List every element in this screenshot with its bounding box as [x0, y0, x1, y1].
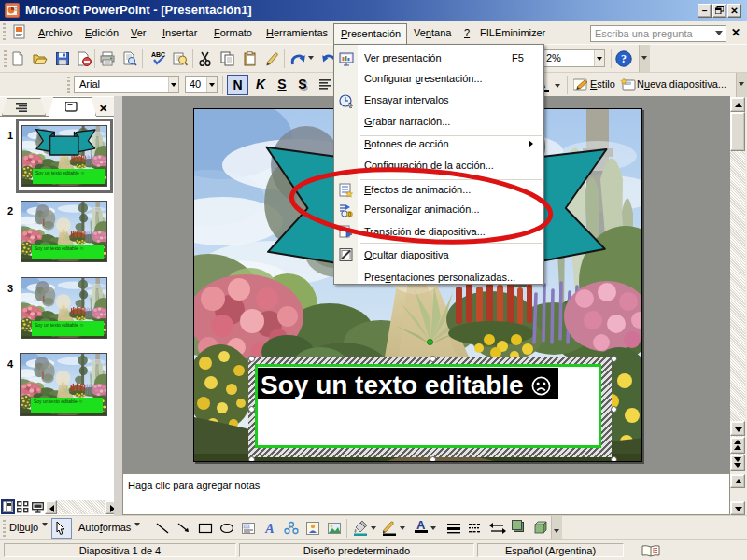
svg-text:A: A — [264, 522, 274, 536]
svg-text:?: ? — [621, 52, 627, 65]
svg-text:0: 0 — [348, 211, 352, 217]
